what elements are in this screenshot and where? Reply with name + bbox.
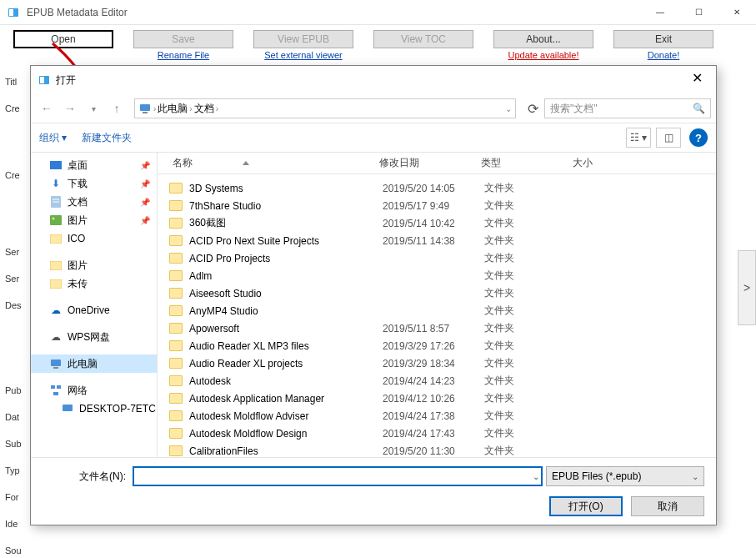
- dialog-cancel-button[interactable]: 取消: [631, 496, 704, 516]
- nav-up-button[interactable]: ↑: [106, 98, 128, 119]
- organize-button[interactable]: 组织 ▾: [39, 131, 67, 145]
- file-row[interactable]: 7thShare Studio2019/5/17 9:49文件夹: [158, 197, 716, 214]
- tree-documents[interactable]: 文档📌: [31, 193, 157, 211]
- breadcrumb[interactable]: › 此电脑 › 文档 › ⌄: [134, 98, 516, 118]
- toolbar: Open Save View EPUB View TOC About... Ex…: [0, 25, 756, 60]
- file-row[interactable]: Autodesk2019/4/24 14:23文件夹: [158, 372, 716, 390]
- chevron-down-icon: ⌄: [692, 472, 698, 481]
- new-folder-button[interactable]: 新建文件夹: [82, 131, 132, 145]
- sort-asc-icon: [243, 161, 249, 165]
- dialog-icon: [38, 73, 51, 87]
- folder-icon: [169, 445, 183, 456]
- tree-downloads[interactable]: ⬇下载📌: [31, 174, 157, 193]
- file-row[interactable]: Autodesk Application Manager2019/4/12 10…: [158, 390, 716, 407]
- right-scroll-button[interactable]: >: [738, 250, 756, 325]
- tree-wps[interactable]: ☁WPS网盘: [31, 328, 157, 346]
- col-date[interactable]: 修改日期: [376, 156, 478, 170]
- svg-rect-4: [140, 104, 150, 111]
- svg-point-11: [53, 218, 55, 220]
- view-mode-button[interactable]: ☷ ▾: [626, 128, 651, 148]
- svg-rect-6: [50, 161, 62, 169]
- filename-input[interactable]: [133, 466, 543, 486]
- maximize-button[interactable]: ☐: [679, 0, 718, 25]
- svg-rect-15: [51, 359, 61, 366]
- pin-icon: 📌: [140, 161, 150, 170]
- svg-rect-18: [57, 385, 61, 389]
- file-row[interactable]: 360截图2019/5/14 10:42文件夹: [158, 214, 716, 232]
- svg-rect-19: [53, 392, 58, 395]
- filename-dropdown[interactable]: ⌄: [533, 472, 539, 481]
- file-row[interactable]: 3D Systems2019/5/20 14:05文件夹: [158, 179, 716, 197]
- folder-icon: [169, 270, 183, 281]
- svg-rect-12: [50, 234, 62, 244]
- view-toc-button[interactable]: View TOC: [373, 30, 473, 48]
- nav-forward-button[interactable]: →: [59, 98, 81, 119]
- col-type[interactable]: 类型: [478, 156, 569, 170]
- file-row[interactable]: ACID Pro Projects文件夹: [158, 249, 716, 267]
- tree-network[interactable]: 网络: [31, 381, 157, 400]
- col-name[interactable]: 名称: [169, 156, 376, 170]
- tree-pictures[interactable]: 图片📌: [31, 211, 157, 229]
- tree-pictures2[interactable]: 图片: [31, 256, 157, 274]
- save-button[interactable]: Save: [133, 30, 233, 48]
- tree-ico[interactable]: ICO: [31, 229, 157, 248]
- folder-icon: [169, 305, 183, 316]
- preview-pane-button[interactable]: ◫: [656, 128, 681, 148]
- folder-icon: [169, 323, 183, 334]
- svg-rect-5: [143, 112, 148, 113]
- filename-label: 文件名(N):: [43, 470, 126, 484]
- file-row[interactable]: Adlm文件夹: [158, 267, 716, 284]
- dialog-open-button[interactable]: 打开(O): [549, 496, 623, 516]
- refresh-button[interactable]: ⟳: [523, 101, 543, 117]
- svg-rect-17: [51, 385, 55, 389]
- set-viewer-link[interactable]: Set external viewer: [253, 50, 353, 60]
- folder-icon: [169, 288, 183, 299]
- command-bar: 组织 ▾ 新建文件夹 ☷ ▾ ◫ ?: [31, 123, 716, 153]
- app-icon: [7, 6, 20, 19]
- folder-icon: [169, 183, 183, 194]
- folder-icon: [169, 375, 183, 386]
- svg-rect-14: [50, 279, 62, 289]
- open-button[interactable]: Open: [13, 30, 113, 48]
- close-button[interactable]: ✕: [718, 0, 756, 25]
- tree-this-pc[interactable]: 此电脑: [31, 354, 157, 373]
- open-dialog: 打开 ✕ ← → ▾ ↑ › 此电脑 › 文档 › ⌄ ⟳ 搜索"文档" 🔍 组…: [30, 65, 717, 525]
- help-button[interactable]: ?: [689, 128, 708, 147]
- donate-link[interactable]: Donate!: [613, 50, 713, 60]
- tree-desktop[interactable]: 桌面📌: [31, 156, 157, 174]
- svg-rect-20: [63, 405, 73, 411]
- tree-unsent[interactable]: 未传: [31, 274, 157, 293]
- file-list: 名称 修改日期 类型 大小 3D Systems2019/5/20 14:05文…: [158, 153, 716, 457]
- file-row[interactable]: CalibrationFiles2019/5/20 11:30文件夹: [158, 442, 716, 457]
- file-row[interactable]: ACID Pro Next Suite Projects2019/5/11 14…: [158, 232, 716, 249]
- col-size[interactable]: 大小: [569, 156, 619, 170]
- exit-button[interactable]: Exit: [613, 30, 713, 48]
- folder-icon: [169, 428, 183, 439]
- filetype-select[interactable]: EPUB Files (*.epub)⌄: [546, 466, 704, 486]
- breadcrumb-dropdown[interactable]: ⌄: [505, 104, 512, 113]
- file-row[interactable]: Audio Reader XL projects2019/3/29 18:34文…: [158, 354, 716, 372]
- dialog-bottom: 文件名(N): ⌄ EPUB Files (*.epub)⌄ 打开(O) 取消: [31, 457, 716, 525]
- nav-recent-button[interactable]: ▾: [83, 98, 104, 119]
- minimize-button[interactable]: —: [641, 0, 679, 25]
- rename-link[interactable]: Rename File: [133, 50, 233, 60]
- tree-desktop-pc[interactable]: DESKTOP-7ETC: [31, 400, 157, 418]
- file-row[interactable]: Autodesk Moldflow Design2019/4/24 17:43文…: [158, 425, 716, 442]
- update-link[interactable]: Update available!: [493, 50, 593, 60]
- file-row[interactable]: Autodesk Moldflow Adviser2019/4/24 17:38…: [158, 407, 716, 425]
- tree-onedrive[interactable]: ☁OneDrive: [31, 301, 157, 319]
- file-row[interactable]: AnyMP4 Studio文件夹: [158, 302, 716, 319]
- view-epub-button[interactable]: View EPUB: [253, 30, 353, 48]
- svg-rect-10: [50, 215, 62, 225]
- file-row[interactable]: Audio Reader XL MP3 files2019/3/29 17:26…: [158, 337, 716, 354]
- search-input[interactable]: 搜索"文档" 🔍: [544, 98, 711, 118]
- file-row[interactable]: Apowersoft2019/5/11 8:57文件夹: [158, 319, 716, 337]
- column-headers: 名称 修改日期 类型 大小: [158, 153, 716, 174]
- dialog-titlebar: 打开 ✕: [31, 66, 716, 94]
- nav-back-button[interactable]: ←: [36, 98, 58, 119]
- about-button[interactable]: About...: [493, 30, 593, 48]
- file-row[interactable]: Aiseesoft Studio文件夹: [158, 284, 716, 302]
- svg-rect-13: [50, 261, 62, 270]
- dialog-close-button[interactable]: ✕: [684, 68, 709, 93]
- folder-icon: [169, 218, 183, 229]
